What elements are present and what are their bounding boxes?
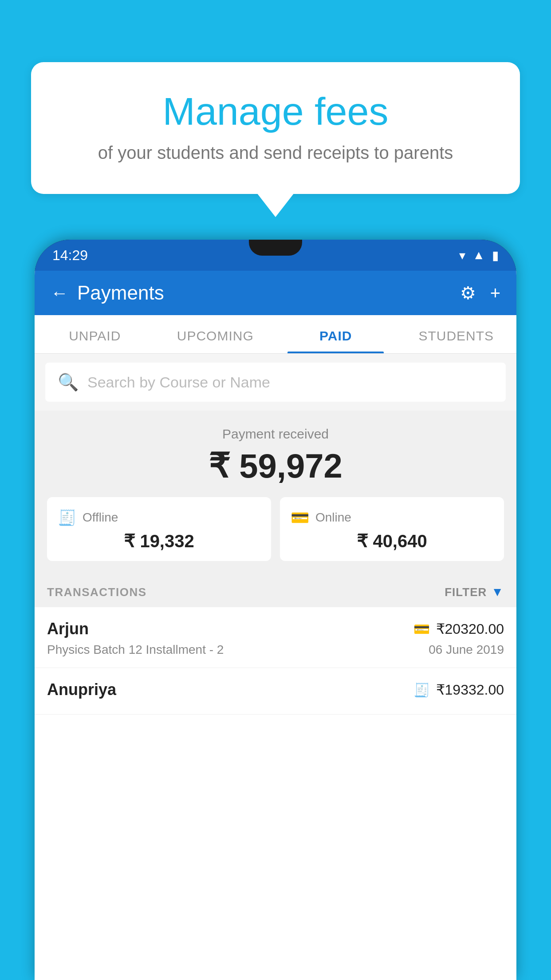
- tab-upcoming[interactable]: UPCOMING: [155, 315, 276, 353]
- transaction-row[interactable]: Arjun 💳 ₹20320.00 Physics Batch 12 Insta…: [35, 607, 516, 668]
- transaction-amount: ₹19332.00: [436, 681, 504, 698]
- transactions-header: TRANSACTIONS FILTER ▼: [35, 574, 516, 607]
- online-card: 💳 Online ₹ 40,640: [280, 497, 504, 561]
- phone-screen: ← Payments ⚙ + UNPAID UPCOMING PAID STUD…: [35, 271, 516, 980]
- filter-icon: ▼: [491, 585, 504, 599]
- offline-card: 🧾 Offline ₹ 19,332: [47, 497, 271, 561]
- payment-total-amount: ₹ 59,972: [45, 446, 506, 486]
- status-icons: ▾ ▲ ▮: [459, 248, 499, 263]
- payment-summary: Payment received ₹ 59,972 🧾 Offline ₹ 19…: [35, 411, 516, 574]
- filter-label: FILTER: [445, 585, 487, 599]
- offline-label: Offline: [83, 510, 118, 525]
- app-header: ← Payments ⚙ +: [35, 271, 516, 315]
- transaction-row[interactable]: Anupriya 🧾 ₹19332.00: [35, 668, 516, 715]
- signal-icon: ▲: [472, 248, 485, 262]
- settings-icon[interactable]: ⚙: [460, 283, 476, 303]
- search-box[interactable]: 🔍 Search by Course or Name: [45, 363, 506, 402]
- status-bar: 14:29 ▾ ▲ ▮: [35, 240, 516, 271]
- add-icon[interactable]: +: [490, 283, 500, 303]
- header-actions: ⚙ +: [460, 283, 500, 303]
- phone-frame: 14:29 ▾ ▲ ▮ ← Payments ⚙ + UNPAID UPCOMI…: [35, 240, 516, 980]
- transaction-type-icon: 🧾: [413, 682, 430, 698]
- tab-unpaid[interactable]: UNPAID: [35, 315, 155, 353]
- status-time: 14:29: [52, 247, 88, 264]
- transaction-name: Arjun: [47, 620, 89, 638]
- tab-paid[interactable]: PAID: [276, 315, 396, 353]
- offline-icon: 🧾: [58, 509, 76, 526]
- transaction-top: Anupriya 🧾 ₹19332.00: [47, 680, 504, 699]
- speech-bubble: Manage fees of your students and send re…: [31, 62, 520, 194]
- wifi-icon: ▾: [459, 248, 465, 263]
- transaction-date: 06 June 2019: [429, 643, 504, 657]
- tab-students[interactable]: STUDENTS: [396, 315, 517, 353]
- payment-cards: 🧾 Offline ₹ 19,332 💳 Online ₹ 40,640: [45, 497, 506, 561]
- back-button[interactable]: ←: [51, 283, 68, 303]
- bubble-title: Manage fees: [58, 89, 493, 134]
- tabs-bar: UNPAID UPCOMING PAID STUDENTS: [35, 315, 516, 354]
- filter-button[interactable]: FILTER ▼: [445, 585, 504, 599]
- transactions-label: TRANSACTIONS: [47, 585, 147, 599]
- transaction-type-icon: 💳: [413, 621, 430, 637]
- online-amount: ₹ 40,640: [291, 531, 493, 551]
- online-header: 💳 Online: [291, 509, 493, 526]
- search-placeholder: Search by Course or Name: [87, 374, 270, 391]
- online-label: Online: [315, 510, 351, 525]
- online-icon: 💳: [291, 509, 309, 526]
- offline-amount: ₹ 19,332: [58, 531, 260, 551]
- search-area: 🔍 Search by Course or Name: [35, 354, 516, 411]
- offline-header: 🧾 Offline: [58, 509, 260, 526]
- search-icon: 🔍: [58, 372, 79, 392]
- transaction-detail: Physics Batch 12 Installment - 2: [47, 643, 224, 657]
- transaction-amount-wrap: 💳 ₹20320.00: [413, 620, 504, 637]
- transaction-amount: ₹20320.00: [436, 620, 504, 637]
- phone-notch: [249, 240, 302, 256]
- battery-icon: ▮: [492, 248, 499, 263]
- payment-received-label: Payment received: [45, 427, 506, 442]
- transaction-top: Arjun 💳 ₹20320.00: [47, 620, 504, 638]
- transaction-name: Anupriya: [47, 680, 116, 699]
- page-title: Payments: [77, 282, 460, 304]
- transaction-bottom: Physics Batch 12 Installment - 2 06 June…: [47, 643, 504, 657]
- transaction-amount-wrap: 🧾 ₹19332.00: [413, 681, 504, 698]
- bubble-subtitle: of your students and send receipts to pa…: [58, 143, 493, 163]
